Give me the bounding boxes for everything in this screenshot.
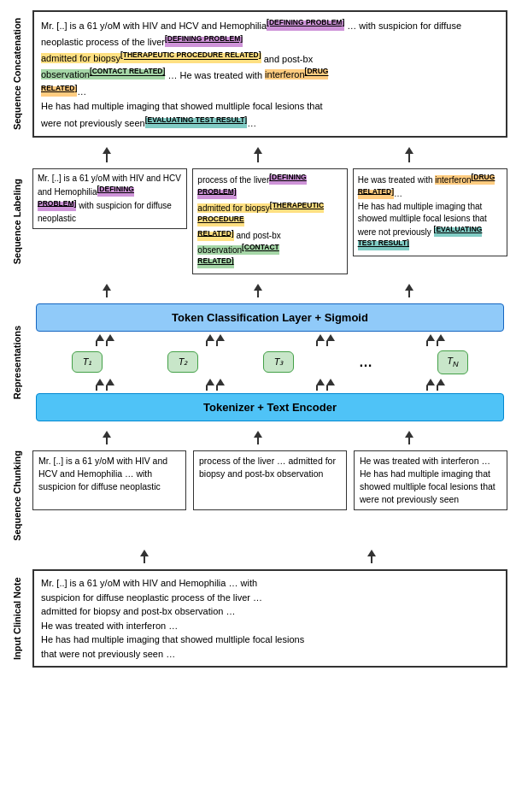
ea2h2 [216,379,225,391]
da2-head1 [206,334,214,346]
input-line-6: that were not previously seen … [41,649,175,659]
token-3-label: T₃ [274,356,284,367]
arrows-encoder-to-tokens [32,376,507,393]
enc-double-3 [316,379,335,391]
arrows-to-labeling [5,281,511,300]
input-content: Mr. [..] is a 61 y/oM with HIV and Hemop… [29,566,511,671]
enc-double-4 [426,379,445,391]
label-box-3: He was treated with interferon[DRUGRELAT… [353,168,507,256]
token-1-label: T₁ [83,356,92,367]
token-1: T₁ [72,351,103,373]
token-dots: … [359,355,372,370]
token-2: T₂ [167,351,198,373]
token-3: T₃ [263,351,294,373]
concat-he: … He was treated with [167,69,265,79]
input-note-box: Mr. [..] is a 61 y/oM with HIV and Hemop… [32,569,507,668]
da3-head1 [316,334,325,346]
lb3-text1: He was treated with [358,175,436,185]
chunk-box-3: He was treated with interferon … He has … [354,450,507,511]
chunk-head-2 [367,550,376,556]
enc-double-1 [96,379,114,391]
input-line-2: suspicion for diffuse neoplastic process… [41,592,262,603]
chunk-head-1 [140,550,149,556]
chunk-shaft-1 [144,556,145,563]
da3-head2 [326,334,335,346]
classification-box: Token Classification Layer + Sigmoid [36,303,504,332]
enc-in-arrow-1 [103,431,111,444]
ea3h2 [326,379,335,391]
ea2h1 [206,379,214,391]
arrow-head-5 [254,284,262,291]
chunk-box-2: process of the liver … admitted for biop… [193,450,347,510]
representations-content: Token Classification Layer + Sigmoid [29,300,511,424]
token-n: TN [437,350,468,374]
double-arrow-2 [206,334,225,346]
concat-label: Sequence Concatenation [5,7,29,141]
double-arrow-pair-3 [316,334,335,346]
arrow-shaft-3 [408,154,410,162]
enc-in-shaft-3 [408,438,410,444]
arrow-head-4 [103,284,111,291]
labeling-label: Sequence Labeling [5,165,29,278]
ea3h1 [316,379,325,391]
enc-in-head-1 [103,431,111,438]
ea1h2 [106,379,114,391]
arrows-to-concat [5,144,511,165]
input-line-4: He was treated with interferon … [41,621,178,631]
concat-box: Mr. [..] is a 61 y/oM with HIV and HCV a… [32,10,507,138]
encoder-box: Tokenizer + Text Encoder [36,393,504,421]
arrow-col-4 [103,284,111,297]
arrow-col-6 [405,284,413,297]
concat-were: were not previously seen [41,118,145,128]
chunking-content: Mr. [..] is a 61 y/oM with HIV and HCV a… [29,447,511,544]
input-section: Input Clinical Note Mr. [..] is a 61 y/o… [5,566,511,671]
concat-end: … [247,118,256,128]
enc-in-arrow-2 [254,431,262,444]
da4-head2 [437,334,445,346]
enc-arrow-1 [96,379,114,391]
input-line-1: Mr. [..] is a 61 y/oM with HIV and Hemop… [41,578,257,588]
label-box-2: process of the liver[DEFININGPROBLEM] ad… [192,168,347,274]
chunk-3-text: He was treated with interferon … He has … [360,456,495,505]
chunk-shaft-2 [371,556,372,563]
da4-head1 [426,334,435,346]
arrow-head-2 [254,147,262,154]
representations-label: Representations [5,300,29,424]
token-row: T₁ T₂ T₃ … TN [32,349,507,375]
lb2-biopsy: admitted for biopsy [197,203,270,213]
arrow-shaft-4 [106,291,108,297]
double-arrow-1 [96,334,114,346]
arrow-shaft-1 [106,154,108,162]
representations-section: Representations Token Classification Lay… [5,300,511,424]
input-label: Input Clinical Note [5,566,29,671]
lb2-text1: process of the liver [197,175,269,185]
ea1h1 [96,379,104,391]
chunk-box-1: Mr. [..] is a 61 y/oM with HIV and HCV a… [32,450,186,510]
arrow-col-3 [405,147,413,162]
da2-head2 [216,334,225,346]
input-line-3: admitted for biopsy and post-bx observat… [41,606,235,616]
arrow-shaft-6 [408,291,410,297]
labeling-content: Mr. [..] is a 61 y/oM with HIV and HCV a… [29,165,511,278]
chunk-arrow-1 [140,550,149,563]
arrow-head-3 [405,147,413,154]
chunking-boxes: Mr. [..] is a 61 y/oM with HIV and HCV a… [32,450,507,511]
double-arrow-4 [426,334,445,346]
chunking-section: Sequence Chunking Mr. [..] is a 61 y/oM … [5,447,511,544]
arrow-col-5 [254,284,262,297]
enc-in-head-2 [254,431,262,438]
concat-biopsy: admitted for biopsy [41,53,120,63]
labeling-section: Sequence Labeling Mr. [..] is a 61 y/oM … [5,165,511,278]
arrows-to-encoder [5,428,511,447]
lb3-e1: … [394,190,402,199]
label-box-1: Mr. [..] is a 61 y/oM with HIV and HCV a… [32,168,187,229]
concat-ellipsis1: … [77,86,86,97]
arrows-tokens-to-class [32,332,507,349]
chunking-label: Sequence Chunking [5,447,29,544]
double-arrow-3 [316,334,335,346]
enc-in-shaft-1 [106,438,108,444]
main-diagram: Sequence Concatenation Mr. [..] is a 61 … [0,0,516,681]
labeling-boxes: Mr. [..] is a 61 y/oM with HIV and HCV a… [32,168,507,274]
ea4h2 [437,379,445,391]
token-2-label: T₂ [179,356,188,367]
